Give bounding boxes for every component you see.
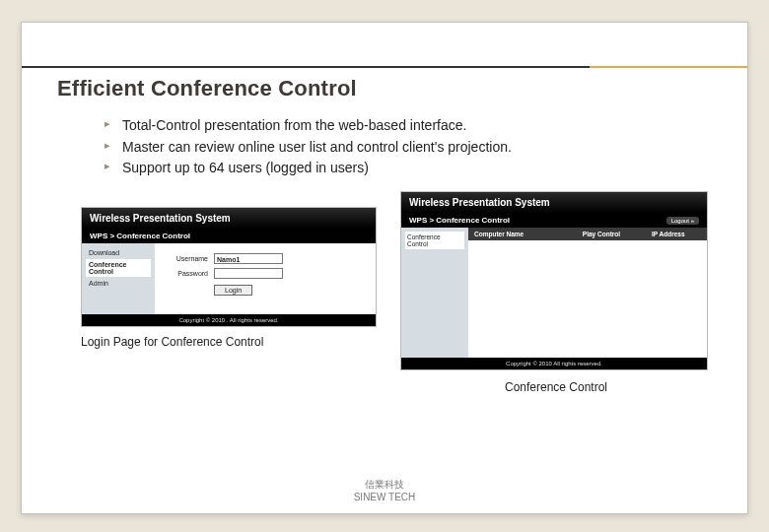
wps-app-title: Wireless Presentation System (82, 208, 376, 229)
table-header: Computer Name Play Control IP Address (468, 228, 707, 240)
screenshot-login-wrap: Wireless Presentation System WPS > Confe… (81, 207, 377, 349)
password-label: Password (167, 270, 208, 277)
brand-en: SINEW TECH (22, 492, 747, 504)
password-field[interactable] (214, 268, 283, 279)
brand-footer: 信業科技 SINEW TECH (22, 479, 747, 503)
col-computer-name: Computer Name (468, 228, 557, 240)
wps-app-title: Wireless Presentation System (401, 192, 707, 213)
user-table: Computer Name Play Control IP Address (468, 228, 707, 358)
bullet-list: Total-Control presentation from the web-… (105, 115, 712, 179)
screenshot-control-wrap: Wireless Presentation System WPS > Confe… (400, 207, 712, 394)
control-sidebar: Conference Control (401, 228, 468, 358)
breadcrumb-text: WPS > Conference Control (409, 216, 510, 225)
login-button[interactable]: Login (214, 285, 252, 296)
breadcrumb: WPS > Conference Control Logout » (401, 213, 707, 228)
sidebar-item-conference-control[interactable]: Conference Control (405, 232, 464, 249)
screenshot-control: Wireless Presentation System WPS > Confe… (400, 191, 708, 370)
slide-title: Efficient Conference Control (57, 76, 712, 101)
slide-frame: Efficient Conference Control Total-Contr… (21, 22, 748, 514)
control-footer: Copyright © 2010 All rights reserved. (401, 358, 707, 369)
breadcrumb: WPS > Conference Control (82, 229, 376, 243)
login-form: Username Namo1 Password Login (155, 243, 376, 314)
caption-login: Login Page for Conference Control (81, 335, 377, 349)
bullet-item: Total-Control presentation from the web-… (105, 115, 712, 137)
bullet-item: Master can review online user list and c… (105, 137, 712, 159)
col-ip-address: IP Address (646, 228, 707, 240)
sidebar-item-conference-control[interactable]: Conference Control (86, 259, 151, 277)
caption-control: Conference Control (400, 380, 712, 394)
username-label: Username (167, 255, 208, 262)
login-footer: Copyright © 2010 . All rights reserved. (82, 314, 376, 326)
title-rule (22, 66, 747, 68)
username-field[interactable]: Namo1 (214, 253, 283, 264)
sidebar-item-download[interactable]: Download (86, 247, 151, 258)
login-sidebar: Download Conference Control Admin (82, 243, 155, 314)
col-play-control: Play Control (557, 228, 646, 240)
logout-button[interactable]: Logout » (666, 217, 699, 225)
screenshot-login: Wireless Presentation System WPS > Confe… (81, 207, 377, 327)
sidebar-item-admin[interactable]: Admin (86, 278, 151, 289)
brand-cn: 信業科技 (22, 479, 747, 492)
bullet-item: Support up to 64 users (logged in users) (105, 158, 712, 179)
